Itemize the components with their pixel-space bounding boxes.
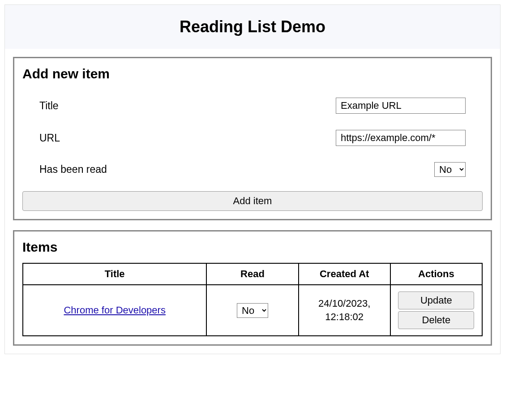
title-input[interactable]	[336, 98, 466, 114]
url-input[interactable]	[336, 130, 466, 146]
add-item-heading: Add new item	[22, 66, 483, 81]
table-row: Chrome for Developers NoYes 24/10/2023, …	[23, 285, 482, 336]
created-time: 12:18:02	[325, 311, 364, 322]
url-label: URL	[39, 132, 60, 144]
update-button[interactable]: Update	[398, 291, 474, 309]
add-item-panel: Add new item Title URL Has been read NoY…	[13, 57, 492, 220]
items-table: Title Read Created At Actions Chrome for…	[22, 263, 483, 336]
app-header: Reading List Demo	[5, 5, 500, 49]
delete-button[interactable]: Delete	[398, 311, 474, 329]
row-actions-cell: Update Delete	[390, 285, 482, 336]
created-date: 24/10/2023,	[318, 298, 370, 309]
app-container: Reading List Demo Add new item Title URL…	[4, 4, 501, 354]
add-item-button[interactable]: Add item	[22, 191, 483, 211]
title-label: Title	[39, 100, 59, 112]
col-title: Title	[23, 263, 206, 285]
item-link[interactable]: Chrome for Developers	[64, 304, 165, 316]
read-row: Has been read NoYes	[22, 154, 483, 185]
row-read-cell: NoYes	[206, 285, 298, 336]
items-heading: Items	[22, 240, 483, 255]
table-header-row: Title Read Created At Actions	[23, 263, 482, 285]
row-title-cell: Chrome for Developers	[23, 285, 206, 336]
page-title: Reading List Demo	[9, 17, 496, 36]
read-select[interactable]: NoYes	[434, 162, 466, 177]
col-created: Created At	[299, 263, 390, 285]
row-read-select[interactable]: NoYes	[237, 303, 268, 318]
title-row: Title	[22, 90, 483, 122]
url-row: URL	[22, 122, 483, 154]
app-content: Add new item Title URL Has been read NoY…	[5, 49, 500, 354]
col-actions: Actions	[390, 263, 482, 285]
read-label: Has been read	[39, 163, 107, 176]
items-panel: Items Title Read Created At Actions Chro…	[13, 230, 492, 346]
row-created-cell: 24/10/2023, 12:18:02	[299, 285, 390, 336]
col-read: Read	[206, 263, 298, 285]
